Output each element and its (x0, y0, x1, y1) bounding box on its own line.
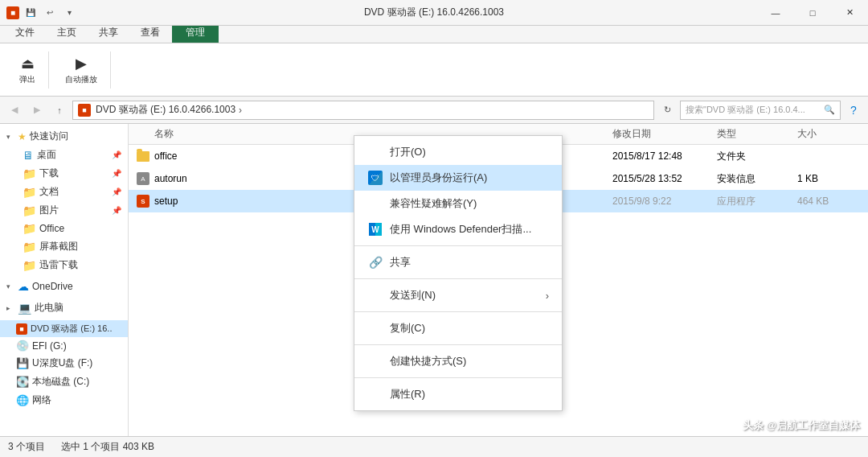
onedrive-icon: ☁ (18, 280, 29, 293)
ctx-sep2 (354, 278, 562, 279)
title-bar: ■ 💾 ↩ ▾ DVD 驱动器 (E:) 16.0.4266.1003 — □ … (0, 0, 868, 26)
up-btn[interactable]: ↑ (50, 101, 69, 120)
col-header-date[interactable]: 修改日期 (612, 127, 717, 141)
documents-folder-icon: 📁 (23, 186, 36, 199)
sidebar-item-dvd[interactable]: ■ DVD 驱动器 (E:) 16.. (0, 320, 128, 337)
expand-onedrive-icon: ▾ (6, 282, 14, 290)
back-btn[interactable]: ◀ (5, 101, 24, 120)
forward-btn[interactable]: ▶ (27, 101, 47, 120)
quick-save-btn[interactable]: 💾 (23, 5, 39, 21)
thispc-label: 此电脑 (35, 301, 63, 315)
desktop-label: 桌面 (37, 148, 56, 162)
ctx-compat[interactable]: 兼容性疑难解答(Y) (354, 191, 562, 216)
address-path-text: DVD 驱动器 (E:) 16.0.4266.1003 (96, 103, 235, 117)
setup-icon: S (137, 195, 149, 208)
pictures-label: 图片 (39, 204, 59, 217)
search-icon: 🔍 (824, 105, 835, 115)
ctx-runas[interactable]: 🛡 以管理员身份运行(A) (354, 165, 562, 191)
refresh-btn[interactable]: ↻ (657, 101, 677, 120)
sidebar-item-pictures[interactable]: 📁 图片 📌 (0, 201, 128, 220)
ctx-copy[interactable]: 复制(C) (354, 315, 562, 341)
ctx-copy-label: 复制(C) (390, 321, 425, 336)
quickaccess-label: 快速访问 (30, 130, 68, 143)
sidebar-item-documents[interactable]: 📁 文档 📌 (0, 183, 128, 201)
defender-icon: W (367, 221, 383, 237)
share-icon: 🔗 (367, 254, 383, 270)
local-icon: 💽 (16, 376, 29, 388)
address-path[interactable]: ■ DVD 驱动器 (E:) 16.0.4266.1003 › (72, 101, 654, 120)
sidebar-item-thispc[interactable]: ▸ 💻 此电脑 (0, 298, 128, 317)
download-folder-icon: 📁 (23, 167, 36, 180)
sidebar-item-office[interactable]: 📁 Office (0, 220, 128, 237)
col-header-size[interactable]: 大小 (797, 127, 862, 141)
file-type-setup: 应用程序 (717, 195, 797, 208)
screenshots-label: 屏幕截图 (39, 240, 78, 253)
ctx-open[interactable]: 打开(O) (354, 139, 562, 165)
close-btn[interactable]: ✕ (831, 0, 868, 26)
maximize-btn[interactable]: □ (794, 0, 831, 26)
sidebar-item-screenshots[interactable]: 📁 屏幕截图 (0, 237, 128, 256)
eject-btn[interactable]: ⏏ 弹出 (13, 51, 42, 89)
item-count: 3 个项目 (8, 440, 45, 454)
sidebar-item-onedrive[interactable]: ▾ ☁ OneDrive (0, 278, 128, 295)
sendto-arrow: › (546, 290, 549, 302)
ctx-shortcut[interactable]: 创建快捷方式(S) (354, 348, 562, 374)
search-box[interactable]: 搜索"DVD 驱动器 (E:) 16.0.4... 🔍 (680, 101, 841, 120)
sidebar-item-desktop[interactable]: 🖥 桌面 📌 (0, 146, 128, 164)
dropdown-btn[interactable]: ▾ (61, 5, 77, 21)
screenshots-folder-icon: 📁 (23, 241, 36, 253)
minimize-btn[interactable]: — (757, 0, 794, 26)
sidebar-item-thunder[interactable]: 📁 迅雷下载 (0, 256, 128, 274)
ctx-sep1 (354, 245, 562, 246)
sidebar-item-efi[interactable]: 💿 EFI (G:) (0, 337, 128, 354)
thispc-icon: 💻 (18, 302, 31, 315)
sidebar-section-drives: ■ DVD 驱动器 (E:) 16.. 💿 EFI (G:) 💾 U深度U盘 (… (0, 320, 128, 410)
toolbar-content: ⏏ 弹出 ▶ 自动播放 (6, 51, 111, 89)
dvd-icon: ■ (16, 323, 27, 335)
thunder-folder-icon: 📁 (23, 259, 36, 272)
path-dvd-icon: ■ (78, 104, 91, 117)
ctx-share[interactable]: 🔗 共享 (354, 249, 562, 275)
sidebar-section-quickaccess: ▾ ★ 快速访问 🖥 桌面 📌 📁 下载 📌 📁 文档 📌 📁 图 (0, 127, 128, 274)
autoplay-label: 自动播放 (65, 74, 97, 85)
office-folder-icon: 📁 (23, 222, 36, 235)
selected-info: 选中 1 个项目 403 KB (61, 440, 154, 454)
ctx-sep5 (354, 377, 562, 378)
autoplay-btn[interactable]: ▶ 自动播放 (59, 51, 104, 89)
address-bar: ◀ ▶ ↑ ■ DVD 驱动器 (E:) 16.0.4266.1003 › ↻ … (0, 97, 868, 124)
folder-icon (137, 151, 149, 162)
ctx-defender[interactable]: W 使用 Windows Defender扫描... (354, 216, 562, 242)
open-icon (367, 144, 383, 160)
autoplay-icon: ▶ (76, 55, 87, 72)
sidebar-item-downloads[interactable]: 📁 下载 📌 (0, 164, 128, 183)
sendto-icon (367, 287, 383, 303)
sidebar-item-usb[interactable]: 💾 U深度U盘 (F:) (0, 354, 128, 373)
desktop-icon: 🖥 (23, 149, 34, 162)
undo-btn[interactable]: ↩ (42, 5, 58, 21)
col-header-type[interactable]: 类型 (717, 127, 797, 141)
downloads-label: 下载 (39, 167, 59, 180)
office-label: Office (39, 223, 64, 234)
toolbar-group-autoplay: ▶ 自动播放 (52, 51, 111, 89)
documents-label: 文档 (39, 185, 59, 199)
sidebar-item-quickaccess[interactable]: ▾ ★ 快速访问 (0, 127, 128, 146)
sidebar-item-local[interactable]: 💽 本地磁盘 (C:) (0, 373, 128, 391)
thunder-label: 迅雷下载 (39, 258, 78, 272)
ctx-open-label: 打开(O) (390, 145, 426, 159)
eject-icon: ⏏ (21, 55, 35, 72)
ctx-defender-label: 使用 Windows Defender扫描... (390, 222, 531, 237)
sidebar-item-network[interactable]: 🌐 网络 (0, 391, 128, 410)
help-btn[interactable]: ? (844, 101, 863, 120)
file-size-setup: 464 KB (797, 196, 862, 207)
ctx-compat-label: 兼容性疑难解答(Y) (390, 196, 477, 211)
efi-label: EFI (G:) (32, 340, 67, 352)
shortcut-icon (367, 353, 383, 369)
ctx-sendto[interactable]: 发送到(N) › (354, 282, 562, 308)
file-icon-setup: S (135, 195, 151, 208)
ctx-sendto-label: 发送到(N) (390, 288, 436, 303)
ctx-properties[interactable]: 属性(R) (354, 381, 562, 407)
ctx-runas-label: 以管理员身份运行(A) (390, 171, 487, 185)
pin-icon3: 📌 (112, 187, 121, 196)
sidebar-section-thispc: ▸ 💻 此电脑 (0, 298, 128, 317)
search-placeholder: 搜索"DVD 驱动器 (E:) 16.0.4... (686, 104, 805, 116)
